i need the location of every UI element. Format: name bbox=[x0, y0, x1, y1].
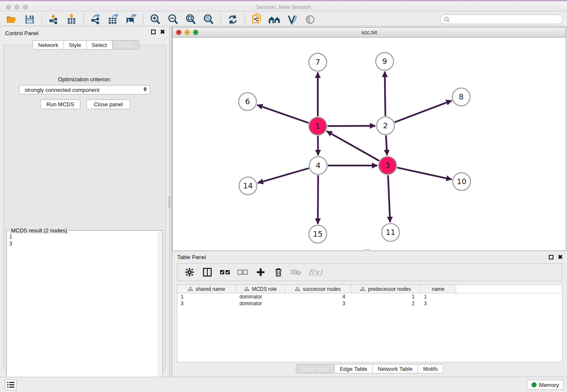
first-neighbors-icon[interactable] bbox=[267, 14, 282, 25]
tab-mcds[interactable]: MCDS bbox=[113, 40, 139, 50]
search-input[interactable] bbox=[450, 15, 562, 23]
table-cell[interactable]: dominator bbox=[236, 293, 285, 300]
close-panel-icon[interactable]: ✖ bbox=[160, 30, 165, 34]
table-cell[interactable]: 1 bbox=[351, 293, 421, 300]
run-mcds-button[interactable]: Run MCDS bbox=[40, 99, 80, 109]
control-panel-tabs: Network Style Select MCDS bbox=[33, 40, 139, 50]
show-column-panel-icon[interactable] bbox=[202, 267, 213, 278]
save-session-icon[interactable] bbox=[22, 14, 37, 25]
graph-edge[interactable] bbox=[397, 168, 451, 179]
table-cell[interactable]: 1 bbox=[421, 293, 456, 300]
table-toolbar: f(x) bbox=[177, 263, 562, 281]
graph-node-label: 3 bbox=[385, 161, 390, 170]
graph-edge[interactable] bbox=[386, 135, 387, 155]
tab-motifs[interactable]: Motifs bbox=[418, 364, 443, 373]
optimization-criterion-select[interactable]: strongly connected component bbox=[19, 85, 150, 94]
refresh-icon[interactable] bbox=[225, 14, 240, 25]
tab-select[interactable]: Select bbox=[87, 40, 113, 50]
tab-network-table[interactable]: Network Table bbox=[373, 364, 418, 373]
table-cell[interactable]: 3 bbox=[285, 300, 351, 307]
tree-column-icon bbox=[188, 287, 193, 291]
clear-all-columns-icon[interactable] bbox=[237, 267, 248, 278]
column-header-label: successor nodes bbox=[303, 286, 341, 292]
graph-node[interactable]: 10 bbox=[453, 173, 471, 190]
graph-node[interactable]: 9 bbox=[376, 52, 394, 70]
window-resize-grip[interactable] bbox=[363, 249, 370, 251]
table-row[interactable]: 1dominator411 bbox=[177, 293, 562, 300]
graph-edge[interactable] bbox=[385, 72, 385, 116]
graph-node[interactable]: 7 bbox=[309, 53, 327, 71]
graph-node[interactable]: 6 bbox=[239, 93, 256, 110]
zoom-out-icon[interactable] bbox=[165, 14, 181, 25]
app-titlebar: Session: New Session bbox=[0, 0, 567, 11]
graph-node[interactable]: 14 bbox=[239, 177, 257, 195]
network-canvas-svg[interactable]: 7968124314101511 bbox=[173, 38, 566, 251]
search-box[interactable] bbox=[440, 14, 563, 24]
graph-node[interactable]: 8 bbox=[452, 88, 470, 106]
graph-node[interactable]: 15 bbox=[309, 225, 327, 243]
float-panel-icon[interactable] bbox=[549, 255, 553, 259]
graph-node[interactable]: 3 bbox=[379, 157, 396, 174]
graph-edge[interactable] bbox=[328, 126, 375, 126]
float-panel-icon[interactable] bbox=[151, 30, 156, 34]
import-network-icon[interactable] bbox=[46, 14, 61, 25]
add-column-icon[interactable] bbox=[255, 267, 266, 278]
column-header[interactable]: MCDS role bbox=[236, 285, 285, 293]
memory-button[interactable]: Memory bbox=[527, 380, 564, 390]
select-all-columns-icon[interactable] bbox=[220, 267, 231, 278]
zoom-in-icon[interactable] bbox=[148, 14, 163, 25]
table-cell[interactable]: 3 bbox=[177, 300, 236, 307]
scrollbar-track[interactable] bbox=[157, 231, 162, 387]
fx-label: f(x) bbox=[308, 268, 322, 277]
vizmapper-icon[interactable] bbox=[285, 14, 300, 25]
column-header[interactable]: predecessor nodes bbox=[351, 285, 421, 293]
export-image-icon[interactable] bbox=[124, 14, 139, 25]
graph-edge[interactable] bbox=[388, 175, 390, 222]
optimization-criterion-label: Optimization criterion: bbox=[4, 76, 165, 83]
tab-edge-table[interactable]: Edge Table bbox=[335, 364, 373, 373]
table-settings-icon[interactable] bbox=[184, 267, 195, 278]
graph-node[interactable]: 1 bbox=[309, 117, 327, 135]
table-cell[interactable]: 1 bbox=[177, 293, 236, 300]
task-history-button[interactable] bbox=[5, 379, 17, 390]
clone-network-icon[interactable] bbox=[249, 14, 264, 25]
zoom-selected-icon[interactable] bbox=[201, 14, 216, 25]
close-panel-icon[interactable]: ✖ bbox=[558, 255, 563, 259]
delete-column-icon[interactable] bbox=[273, 267, 284, 278]
graph-node-label: 9 bbox=[382, 57, 387, 66]
table-cell[interactable]: 2 bbox=[351, 300, 421, 307]
export-table-icon[interactable] bbox=[106, 14, 121, 25]
graph-node-label: 10 bbox=[457, 177, 467, 186]
column-header[interactable]: shared name bbox=[177, 285, 236, 293]
import-table-icon[interactable] bbox=[64, 14, 79, 25]
graph-edge[interactable] bbox=[395, 101, 452, 122]
table-cell[interactable]: 3 bbox=[421, 300, 456, 307]
tab-style[interactable]: Style bbox=[64, 40, 87, 50]
column-header[interactable]: name bbox=[421, 285, 456, 293]
zoom-fit-icon[interactable] bbox=[183, 14, 198, 25]
graph-edge[interactable] bbox=[257, 105, 309, 123]
table-cell[interactable]: dominator bbox=[236, 300, 285, 307]
mcds-result-box: MCDS result (2 nodes) 13 bbox=[6, 230, 163, 388]
graph-node[interactable]: 4 bbox=[309, 157, 327, 174]
tab-node-table[interactable]: Node Table bbox=[296, 364, 335, 373]
close-panel-button[interactable]: Close panel bbox=[86, 99, 130, 109]
hide-selected-icon[interactable] bbox=[303, 14, 318, 25]
mcds-result-list: 13 bbox=[9, 233, 12, 248]
open-session-icon[interactable] bbox=[4, 14, 19, 25]
table-cell[interactable]: 4 bbox=[285, 293, 351, 300]
graph-edge[interactable] bbox=[258, 168, 309, 183]
graph-edge[interactable] bbox=[327, 131, 379, 161]
network-window-title: scc.txt bbox=[173, 29, 566, 36]
column-header[interactable]: successor nodes bbox=[285, 285, 351, 293]
graph-edge[interactable] bbox=[318, 175, 318, 224]
network-window-titlebar[interactable]: ✕ − + scc.txt bbox=[173, 28, 566, 38]
graph-node[interactable]: 11 bbox=[382, 224, 399, 241]
table-row[interactable]: 3dominator323 bbox=[177, 300, 562, 307]
delete-table-icon[interactable] bbox=[291, 267, 302, 278]
tab-network[interactable]: Network bbox=[33, 40, 64, 50]
apply-function-icon[interactable]: f(x) bbox=[308, 267, 322, 278]
export-network-icon[interactable] bbox=[88, 14, 103, 25]
graph-node[interactable]: 2 bbox=[377, 117, 394, 135]
graph-node-label: 15 bbox=[313, 229, 323, 238]
